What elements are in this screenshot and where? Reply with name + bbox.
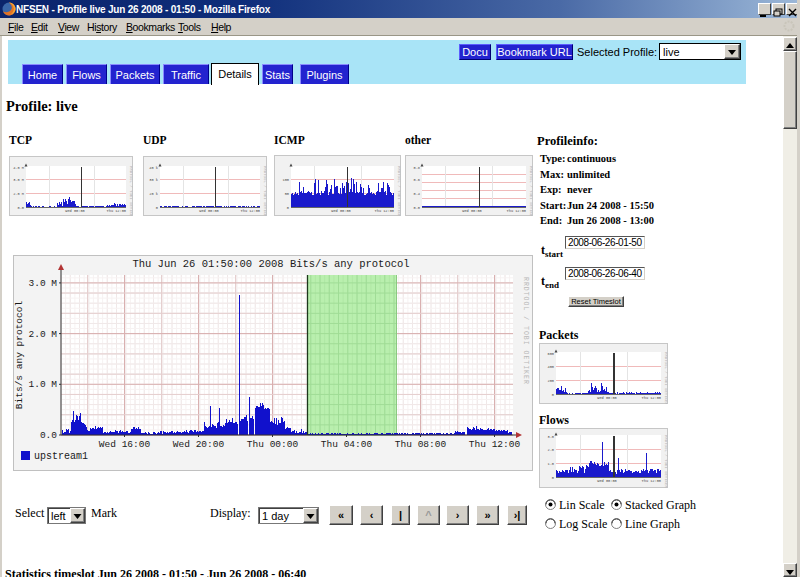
svg-text:3.0 M: 3.0 M	[13, 178, 24, 182]
svg-text:Thu 12:00: Thu 12:00	[241, 209, 260, 213]
svg-text:0.4: 0.4	[414, 192, 420, 196]
svg-text:0.0: 0.0	[414, 206, 420, 210]
svg-text:Bits/s any protocol: Bits/s any protocol	[14, 301, 25, 410]
svg-text:Wed 00:00: Wed 00:00	[597, 479, 616, 483]
svg-text:3.0: 3.0	[548, 435, 554, 439]
svg-text:Thu 08:00: Thu 08:00	[395, 439, 447, 450]
svg-text:40 k: 40 k	[149, 166, 158, 170]
svg-text:0.0: 0.0	[18, 206, 24, 210]
svg-text:Wed 16:00: Wed 16:00	[99, 439, 151, 450]
svg-text:Thu 12:00: Thu 12:00	[469, 439, 521, 450]
svg-text:200: 200	[548, 379, 554, 383]
svg-text:RRDTOOL / TOBI OETIKER: RRDTOOL / TOBI OETIKER	[664, 435, 668, 488]
svg-text:4.0 M: 4.0 M	[13, 166, 24, 170]
svg-text:Wed 00:00: Wed 00:00	[597, 396, 616, 400]
svg-text:Thu 04:00: Thu 04:00	[321, 439, 373, 450]
svg-text:2.0 M: 2.0 M	[13, 192, 24, 196]
svg-text:Wed 00:00: Wed 00:00	[462, 209, 481, 213]
svg-text:30 k: 30 k	[149, 178, 158, 182]
svg-text:1.0: 1.0	[548, 462, 554, 466]
svg-text:1.0 M: 1.0 M	[28, 379, 57, 390]
svg-text:0: 0	[552, 476, 554, 480]
svg-text:Wed 00:00: Wed 00:00	[199, 209, 218, 213]
svg-text:0: 0	[552, 393, 554, 397]
svg-text:RRDTOOL / TOBI OETIKER: RRDTOOL / TOBI OETIKER	[529, 166, 533, 216]
svg-text:Thu 12:00: Thu 12:00	[507, 209, 526, 213]
svg-text:2.0: 2.0	[548, 448, 554, 452]
svg-text:Thu 00:00: Thu 00:00	[247, 439, 299, 450]
svg-text:Thu Jun 26 01:50:00 2008 Bits/: Thu Jun 26 01:50:00 2008 Bits/s any prot…	[132, 258, 409, 270]
svg-text:Thu 12:00: Thu 12:00	[107, 209, 126, 213]
svg-text:0.0: 0.0	[40, 430, 57, 441]
svg-text:Wed 00:00: Wed 00:00	[65, 209, 84, 213]
svg-text:Thu 12:00: Thu 12:00	[375, 209, 394, 213]
svg-text:upstream1: upstream1	[34, 451, 88, 462]
svg-text:100: 100	[283, 178, 289, 182]
svg-text:Thu 12:00: Thu 12:00	[642, 479, 661, 483]
svg-text:0.8: 0.8	[414, 166, 420, 170]
svg-text:600: 600	[548, 352, 554, 356]
svg-text:0.6: 0.6	[414, 178, 420, 182]
svg-text:3.0 M: 3.0 M	[28, 278, 57, 289]
svg-text:0: 0	[156, 206, 158, 210]
svg-text:RRDTOOL / TOBI OETIKER: RRDTOOL / TOBI OETIKER	[129, 166, 133, 216]
svg-text:RRDTOOL / TOBI OETIKER: RRDTOOL / TOBI OETIKER	[522, 277, 529, 385]
svg-text:400: 400	[548, 365, 554, 369]
svg-text:RRDTOOL / TOBI OETIKER: RRDTOOL / TOBI OETIKER	[263, 166, 267, 216]
svg-text:Thu 12:00: Thu 12:00	[642, 396, 661, 400]
svg-text:50: 50	[285, 192, 289, 196]
svg-text:Wed 20:00: Wed 20:00	[173, 439, 225, 450]
svg-text:20 k: 20 k	[149, 192, 158, 196]
svg-text:0: 0	[287, 206, 289, 210]
svg-text:2.0 M: 2.0 M	[28, 329, 57, 340]
svg-text:RRDTOOL / TOBI OETIKER: RRDTOOL / TOBI OETIKER	[664, 352, 668, 404]
svg-text:RRDTOOL / TOBI OETIKER: RRDTOOL / TOBI OETIKER	[397, 166, 401, 216]
svg-text:Wed 00:00: Wed 00:00	[331, 209, 350, 213]
